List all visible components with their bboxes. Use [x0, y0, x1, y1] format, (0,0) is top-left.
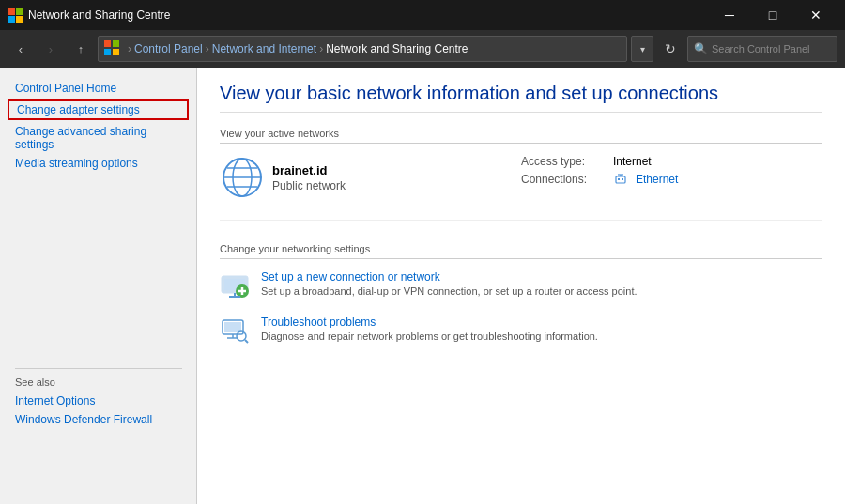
- access-type-value: Internet: [613, 155, 652, 168]
- svg-point-25: [237, 331, 246, 341]
- svg-rect-2: [104, 49, 111, 55]
- svg-rect-9: [616, 176, 625, 183]
- app-icon-small: [104, 40, 119, 58]
- change-items: Set up a new connection or network Set u…: [220, 270, 822, 345]
- troubleshoot-item: Troubleshoot problems Diagnose and repai…: [220, 315, 822, 345]
- svg-rect-22: [224, 322, 241, 332]
- breadcrumb-network-internet[interactable]: Network and Internet: [212, 42, 316, 55]
- refresh-button[interactable]: ↻: [657, 36, 684, 62]
- main-layout: Control Panel Home Change adapter settin…: [0, 68, 845, 504]
- setup-connection-content: Set up a new connection or network Set u…: [261, 270, 822, 297]
- path-dropdown-button[interactable]: ▾: [631, 36, 653, 62]
- sidebar-item-control-panel-home[interactable]: Control Panel Home: [0, 79, 196, 98]
- sidebar-item-internet-options[interactable]: Internet Options: [15, 391, 182, 410]
- setup-connection-icon: [220, 270, 250, 300]
- change-networking-label: Change your networking settings: [220, 243, 822, 259]
- setup-connection-item: Set up a new connection or network Set u…: [220, 270, 822, 300]
- see-also-label: See also: [15, 368, 182, 391]
- setup-connection-desc: Set up a broadband, dial-up or VPN conne…: [261, 285, 822, 297]
- search-box[interactable]: 🔍 Search Control Panel: [687, 36, 837, 62]
- up-button[interactable]: ↑: [68, 36, 94, 62]
- sidebar: Control Panel Home Change adapter settin…: [0, 68, 197, 504]
- minimize-button[interactable]: ─: [708, 0, 751, 30]
- breadcrumb-control-panel[interactable]: Control Panel: [134, 42, 203, 55]
- breadcrumb-current: Network and Sharing Centre: [326, 42, 468, 55]
- access-type-label: Access type:: [521, 155, 606, 168]
- address-bar: ‹ › ↑ › Control Panel › Network and Inte…: [0, 30, 845, 68]
- search-icon: 🔍: [694, 42, 708, 55]
- troubleshoot-link[interactable]: Troubleshoot problems: [261, 315, 376, 328]
- app-icon: [8, 8, 23, 23]
- svg-line-26: [245, 340, 248, 343]
- connections-row: Connections: Ethernet: [521, 172, 822, 187]
- sidebar-item-change-advanced[interactable]: Change advanced sharing settings: [0, 122, 196, 154]
- close-button[interactable]: ✕: [794, 0, 837, 30]
- page-title: View your basic network information and …: [220, 83, 822, 113]
- access-type-row: Access type: Internet: [521, 155, 822, 168]
- connections-label: Connections:: [521, 173, 606, 186]
- network-info: brainet.id Public network: [220, 155, 521, 208]
- sidebar-item-firewall[interactable]: Windows Defender Firewall: [15, 410, 182, 429]
- window-title: Network and Sharing Centre: [28, 8, 708, 22]
- network-status: Access type: Internet Connections:: [521, 155, 822, 208]
- svg-rect-10: [618, 178, 620, 180]
- troubleshoot-desc: Diagnose and repair network problems or …: [261, 330, 822, 342]
- troubleshoot-icon: [220, 315, 250, 345]
- title-bar: Network and Sharing Centre ─ □ ✕: [0, 0, 845, 30]
- ethernet-icon: [613, 172, 628, 187]
- network-globe-icon: [220, 155, 265, 200]
- svg-rect-0: [104, 40, 111, 47]
- network-name: brainet.id: [272, 163, 346, 177]
- window-controls: ─ □ ✕: [708, 0, 837, 30]
- back-button[interactable]: ‹: [8, 36, 34, 62]
- svg-rect-1: [113, 40, 119, 47]
- change-networking-section: Change your networking settings: [220, 243, 822, 345]
- content-area: View your basic network information and …: [197, 68, 845, 504]
- active-networks-label: View your active networks: [220, 128, 822, 144]
- active-networks: brainet.id Public network Access type: I…: [220, 155, 822, 221]
- forward-button[interactable]: ›: [38, 36, 64, 62]
- svg-rect-11: [622, 178, 623, 180]
- sidebar-item-media-streaming[interactable]: Media streaming options: [0, 154, 196, 173]
- svg-rect-3: [113, 49, 119, 55]
- breadcrumb[interactable]: › Control Panel › Network and Internet ›…: [98, 36, 627, 62]
- ethernet-link[interactable]: Ethernet: [636, 173, 678, 186]
- sidebar-item-change-adapter[interactable]: Change adapter settings: [8, 99, 189, 120]
- troubleshoot-content: Troubleshoot problems Diagnose and repai…: [261, 315, 822, 342]
- setup-connection-link[interactable]: Set up a new connection or network: [261, 270, 440, 283]
- network-type: Public network: [272, 179, 346, 192]
- maximize-button[interactable]: □: [751, 0, 794, 30]
- search-placeholder: Search Control Panel: [712, 43, 810, 54]
